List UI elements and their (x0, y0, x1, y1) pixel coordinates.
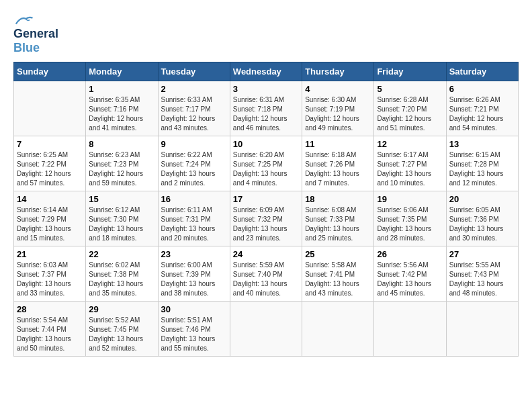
day-number: 17 (233, 194, 299, 204)
day-info: Sunrise: 5:56 AM Sunset: 7:42 PM Dayligh… (377, 261, 443, 298)
calendar-cell (446, 302, 518, 357)
day-number: 25 (305, 249, 371, 259)
day-number: 26 (377, 249, 443, 259)
day-info: Sunrise: 6:20 AM Sunset: 7:25 PM Dayligh… (233, 150, 299, 188)
calendar-cell: 17Sunrise: 6:09 AM Sunset: 7:32 PM Dayli… (230, 191, 302, 246)
calendar-body: 1Sunrise: 6:35 AM Sunset: 7:16 PM Daylig… (14, 81, 519, 357)
page-header: General Blue (13, 13, 519, 55)
day-number: 29 (89, 304, 154, 314)
calendar-cell: 5Sunrise: 6:28 AM Sunset: 7:20 PM Daylig… (374, 81, 446, 136)
calendar-cell: 9Sunrise: 6:22 AM Sunset: 7:24 PM Daylig… (158, 136, 230, 191)
day-info: Sunrise: 6:03 AM Sunset: 7:37 PM Dayligh… (17, 261, 83, 298)
day-info: Sunrise: 6:15 AM Sunset: 7:28 PM Dayligh… (449, 150, 515, 188)
day-number: 21 (17, 249, 83, 259)
day-number: 23 (161, 249, 227, 259)
calendar-cell: 11Sunrise: 6:18 AM Sunset: 7:26 PM Dayli… (302, 136, 374, 191)
day-info: Sunrise: 6:22 AM Sunset: 7:24 PM Dayligh… (161, 150, 227, 188)
column-header-saturday: Saturday (446, 62, 518, 81)
logo-blue-text: Blue (13, 41, 40, 55)
day-info: Sunrise: 5:55 AM Sunset: 7:43 PM Dayligh… (449, 261, 515, 298)
day-info: Sunrise: 6:14 AM Sunset: 7:29 PM Dayligh… (17, 205, 83, 243)
column-header-monday: Monday (86, 62, 158, 81)
day-number: 22 (89, 249, 154, 259)
day-info: Sunrise: 5:52 AM Sunset: 7:45 PM Dayligh… (89, 316, 154, 353)
calendar-cell: 24Sunrise: 5:59 AM Sunset: 7:40 PM Dayli… (230, 246, 302, 302)
column-header-sunday: Sunday (14, 62, 86, 81)
day-info: Sunrise: 5:51 AM Sunset: 7:46 PM Dayligh… (161, 316, 227, 353)
day-info: Sunrise: 6:28 AM Sunset: 7:20 PM Dayligh… (377, 95, 443, 133)
calendar-week-2: 7Sunrise: 6:25 AM Sunset: 7:22 PM Daylig… (14, 136, 519, 191)
logo-general-text: General (13, 27, 58, 41)
calendar-week-1: 1Sunrise: 6:35 AM Sunset: 7:16 PM Daylig… (14, 81, 519, 136)
day-info: Sunrise: 6:18 AM Sunset: 7:26 PM Dayligh… (305, 150, 371, 188)
day-number: 16 (161, 194, 227, 204)
day-info: Sunrise: 5:54 AM Sunset: 7:44 PM Dayligh… (17, 316, 83, 353)
day-info: Sunrise: 6:09 AM Sunset: 7:32 PM Dayligh… (233, 205, 299, 243)
column-header-friday: Friday (374, 62, 446, 81)
day-number: 13 (449, 139, 515, 149)
day-number: 3 (233, 84, 299, 94)
day-info: Sunrise: 5:59 AM Sunset: 7:40 PM Dayligh… (233, 261, 299, 298)
day-number: 30 (161, 304, 227, 314)
calendar-cell: 13Sunrise: 6:15 AM Sunset: 7:28 PM Dayli… (446, 136, 518, 191)
day-info: Sunrise: 6:35 AM Sunset: 7:16 PM Dayligh… (89, 95, 154, 133)
day-info: Sunrise: 6:17 AM Sunset: 7:27 PM Dayligh… (377, 150, 443, 188)
day-info: Sunrise: 6:05 AM Sunset: 7:36 PM Dayligh… (449, 205, 515, 243)
calendar-cell: 21Sunrise: 6:03 AM Sunset: 7:37 PM Dayli… (14, 246, 86, 302)
day-info: Sunrise: 5:58 AM Sunset: 7:41 PM Dayligh… (305, 261, 371, 298)
day-info: Sunrise: 6:02 AM Sunset: 7:38 PM Dayligh… (89, 261, 154, 298)
day-info: Sunrise: 6:11 AM Sunset: 7:31 PM Dayligh… (161, 205, 227, 243)
day-number: 24 (233, 249, 299, 259)
calendar-cell: 27Sunrise: 5:55 AM Sunset: 7:43 PM Dayli… (446, 246, 518, 302)
day-info: Sunrise: 6:30 AM Sunset: 7:19 PM Dayligh… (305, 95, 371, 133)
calendar-cell: 26Sunrise: 5:56 AM Sunset: 7:42 PM Dayli… (374, 246, 446, 302)
calendar-cell (14, 81, 86, 136)
calendar-cell: 25Sunrise: 5:58 AM Sunset: 7:41 PM Dayli… (302, 246, 374, 302)
column-header-thursday: Thursday (302, 62, 374, 81)
day-number: 15 (89, 194, 154, 204)
calendar-cell: 14Sunrise: 6:14 AM Sunset: 7:29 PM Dayli… (14, 191, 86, 246)
calendar-week-3: 14Sunrise: 6:14 AM Sunset: 7:29 PM Dayli… (14, 191, 519, 246)
logo: General Blue (13, 13, 58, 55)
calendar-cell: 4Sunrise: 6:30 AM Sunset: 7:19 PM Daylig… (302, 81, 374, 136)
calendar-week-4: 21Sunrise: 6:03 AM Sunset: 7:37 PM Dayli… (14, 246, 519, 302)
day-number: 7 (17, 139, 83, 149)
calendar-cell: 22Sunrise: 6:02 AM Sunset: 7:38 PM Dayli… (86, 246, 158, 302)
day-number: 19 (377, 194, 443, 204)
logo-icon (13, 13, 34, 27)
calendar-cell: 28Sunrise: 5:54 AM Sunset: 7:44 PM Dayli… (14, 302, 86, 357)
day-number: 2 (161, 84, 227, 94)
calendar-week-5: 28Sunrise: 5:54 AM Sunset: 7:44 PM Dayli… (14, 302, 519, 357)
column-header-tuesday: Tuesday (158, 62, 230, 81)
day-number: 28 (17, 304, 83, 314)
calendar-cell: 6Sunrise: 6:26 AM Sunset: 7:21 PM Daylig… (446, 81, 518, 136)
day-number: 20 (449, 194, 515, 204)
day-info: Sunrise: 6:23 AM Sunset: 7:23 PM Dayligh… (89, 150, 154, 188)
day-info: Sunrise: 6:12 AM Sunset: 7:30 PM Dayligh… (89, 205, 154, 243)
calendar-cell: 2Sunrise: 6:33 AM Sunset: 7:17 PM Daylig… (158, 81, 230, 136)
calendar-cell: 19Sunrise: 6:06 AM Sunset: 7:35 PM Dayli… (374, 191, 446, 246)
day-number: 18 (305, 194, 371, 204)
calendar-cell: 1Sunrise: 6:35 AM Sunset: 7:16 PM Daylig… (86, 81, 158, 136)
day-number: 1 (89, 84, 154, 94)
calendar-cell: 8Sunrise: 6:23 AM Sunset: 7:23 PM Daylig… (86, 136, 158, 191)
calendar-cell: 20Sunrise: 6:05 AM Sunset: 7:36 PM Dayli… (446, 191, 518, 246)
calendar-table: SundayMondayTuesdayWednesdayThursdayFrid… (13, 62, 519, 357)
day-info: Sunrise: 6:00 AM Sunset: 7:39 PM Dayligh… (161, 261, 227, 298)
day-number: 14 (17, 194, 83, 204)
day-number: 12 (377, 139, 443, 149)
day-number: 4 (305, 84, 371, 94)
calendar-cell: 23Sunrise: 6:00 AM Sunset: 7:39 PM Dayli… (158, 246, 230, 302)
calendar-cell: 30Sunrise: 5:51 AM Sunset: 7:46 PM Dayli… (158, 302, 230, 357)
calendar-cell (302, 302, 374, 357)
calendar-cell: 10Sunrise: 6:20 AM Sunset: 7:25 PM Dayli… (230, 136, 302, 191)
column-header-wednesday: Wednesday (230, 62, 302, 81)
day-number: 6 (449, 84, 515, 94)
day-number: 9 (161, 139, 227, 149)
calendar-cell: 16Sunrise: 6:11 AM Sunset: 7:31 PM Dayli… (158, 191, 230, 246)
calendar-cell (230, 302, 302, 357)
calendar-cell: 7Sunrise: 6:25 AM Sunset: 7:22 PM Daylig… (14, 136, 86, 191)
calendar-cell: 3Sunrise: 6:31 AM Sunset: 7:18 PM Daylig… (230, 81, 302, 136)
day-info: Sunrise: 6:25 AM Sunset: 7:22 PM Dayligh… (17, 150, 83, 188)
calendar-cell: 18Sunrise: 6:08 AM Sunset: 7:33 PM Dayli… (302, 191, 374, 246)
